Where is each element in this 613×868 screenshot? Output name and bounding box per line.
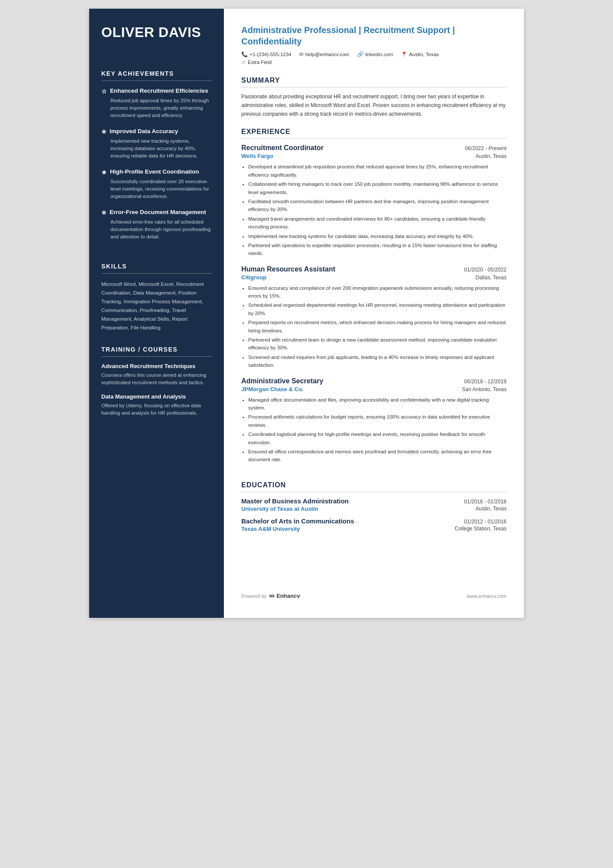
main-header: Administrative Professional | Recruitmen… xyxy=(241,24,506,67)
achievement-icon-3: ★ xyxy=(101,168,107,176)
bullet-2-2: Scheduled and organized departmental mee… xyxy=(248,301,506,317)
achievement-title-3: ★ High-Profile Event Coordination xyxy=(101,168,212,176)
exp-bullets-1: Developed a streamlined job requisition … xyxy=(241,163,506,257)
summary-section: SUMMARY Passionate about providing excep… xyxy=(241,77,506,118)
email-value: help@enhancv.com xyxy=(305,52,349,57)
achievements-divider xyxy=(101,80,212,81)
contact-row-2: ☆ Extra Field xyxy=(241,59,506,65)
candidate-name: OLIVER DAVIS xyxy=(101,24,212,40)
exp-header-1: Recruitment Coordinator 06/2022 - Presen… xyxy=(241,144,506,152)
sidebar: OLIVER DAVIS KEY ACHIEVEMENTS ☆ Enhanced… xyxy=(89,9,224,618)
contact-row-1: 📞 +1-(234)-555-1234 ✉ help@enhancv.com 🔗… xyxy=(241,51,506,57)
edu-degree-1: Master of Business Administration xyxy=(241,497,349,505)
achievement-title-4: ✳ Error-Free Document Management xyxy=(101,208,212,217)
edu-header-1: Master of Business Administration 01/201… xyxy=(241,497,506,505)
achievement-item-1: ☆ Enhanced Recruitment Efficiencies Redu… xyxy=(101,87,212,120)
training-desc-2: Offered by Udemy, focusing on effective … xyxy=(101,402,212,417)
training-item-2: Data Management and Analysis Offered by … xyxy=(101,393,212,417)
bullet-1-3: Facilitated smooth communication between… xyxy=(248,198,506,214)
training-title-1: Advanced Recruitment Techniques xyxy=(101,363,212,370)
exp-company-3: JPMorgan Chase & Co. xyxy=(241,386,303,392)
linkedin-value: linkedin.com xyxy=(365,52,393,57)
achievement-title-1: ☆ Enhanced Recruitment Efficiencies xyxy=(101,87,212,95)
footer-brand: Enhancv xyxy=(277,593,300,599)
achievements-section-title: KEY ACHIEVEMENTS xyxy=(101,70,212,77)
exp-company-row-3: JPMorgan Chase & Co. San Antonio, Texas xyxy=(241,386,506,392)
footer-left: Powered by ∞ Enhancv xyxy=(241,591,300,600)
edu-inst-row-1: University of Texas at Austin Austin, Te… xyxy=(241,506,506,512)
edu-location-1: Austin, Texas xyxy=(476,506,506,512)
education-item-1: Master of Business Administration 01/201… xyxy=(241,497,506,512)
linkedin-contact: 🔗 linkedin.com xyxy=(357,51,393,57)
edu-inst-row-2: Texas A&M University College Station, Te… xyxy=(241,526,506,532)
email-icon: ✉ xyxy=(299,51,303,57)
phone-value: +1-(234)-555-1234 xyxy=(250,52,291,57)
phone-icon: 📞 xyxy=(241,51,248,57)
experience-item-2: Human Resources Assistant 01/2020 - 05/2… xyxy=(241,265,506,369)
extra-contact: ☆ Extra Field xyxy=(241,59,272,65)
summary-divider xyxy=(241,87,506,87)
exp-company-2: Citigroup xyxy=(241,274,267,281)
edu-header-2: Bachelor of Arts in Communications 01/20… xyxy=(241,517,506,525)
achievement-icon-2: ✳ xyxy=(101,128,107,136)
linkedin-icon: 🔗 xyxy=(357,51,363,57)
bullet-2-5: Screened and routed inquiries from job a… xyxy=(248,353,506,369)
training-section-title: TRAINING / COURSES xyxy=(101,346,212,353)
exp-location-2: Dallas, Texas xyxy=(476,275,506,281)
achievement-item-3: ★ High-Profile Event Coordination Succes… xyxy=(101,168,212,201)
exp-location-1: Austin, Texas xyxy=(476,153,506,159)
training-title-2: Data Management and Analysis xyxy=(101,393,212,401)
achievement-desc-1: Reduced job approval times by 25% throug… xyxy=(110,97,212,120)
achievement-title-2: ✳ Improved Data Accuracy xyxy=(101,127,212,136)
exp-title-1: Recruitment Coordinator xyxy=(241,144,323,152)
skills-text: Microsoft Word, Microsoft Excel, Recruit… xyxy=(101,280,212,332)
footer-url: www.enhancv.com xyxy=(467,593,506,599)
bullet-1-1: Developed a streamlined job requisition … xyxy=(248,163,506,179)
exp-title-2: Human Resources Assistant xyxy=(241,265,335,273)
exp-title-3: Administrative Secretary xyxy=(241,377,323,385)
exp-date-2: 01/2020 - 05/2022 xyxy=(464,267,506,273)
edu-degree-2: Bachelor of Arts in Communications xyxy=(241,517,354,525)
bullet-2-3: Prepared reports on recruitment metrics,… xyxy=(248,318,506,335)
summary-title: SUMMARY xyxy=(241,77,506,84)
exp-company-row-1: Wells Fargo Austin, Texas xyxy=(241,153,506,159)
experience-divider xyxy=(241,138,506,139)
powered-by-label: Powered by xyxy=(241,593,267,599)
exp-header-2: Human Resources Assistant 01/2020 - 05/2… xyxy=(241,265,506,273)
skills-divider xyxy=(101,273,212,274)
education-divider xyxy=(241,492,506,492)
achievements-list: ☆ Enhanced Recruitment Efficiencies Redu… xyxy=(101,87,212,249)
experience-title: EXPERIENCE xyxy=(241,128,506,136)
location-value: Austin, Texas xyxy=(409,52,439,57)
edu-inst-1: University of Texas at Austin xyxy=(241,506,318,512)
education-section: EDUCATION Master of Business Administrat… xyxy=(241,481,506,537)
professional-title: Administrative Professional | Recruitmen… xyxy=(241,24,506,47)
bullet-1-2: Collaborated with hiring managers to tra… xyxy=(248,180,506,196)
phone-contact: 📞 +1-(234)-555-1234 xyxy=(241,51,291,57)
bullet-3-1: Managed office documentation and files, … xyxy=(248,396,506,412)
logo-icon: ∞ xyxy=(269,591,275,600)
training-divider xyxy=(101,356,212,357)
edu-date-1: 01/2016 - 01/2018 xyxy=(464,499,506,505)
bullet-2-1: Ensured accuracy and compliance of over … xyxy=(248,284,506,300)
achievement-desc-4: Achieved error-free rates for all schedu… xyxy=(110,218,212,241)
exp-bullets-2: Ensured accuracy and compliance of over … xyxy=(241,284,506,369)
edu-date-2: 01/2012 - 01/2016 xyxy=(464,519,506,525)
experience-item-1: Recruitment Coordinator 06/2022 - Presen… xyxy=(241,144,506,257)
exp-company-row-2: Citigroup Dallas, Texas xyxy=(241,274,506,281)
footer: Powered by ∞ Enhancv www.enhancv.com xyxy=(241,579,506,600)
resume-container: OLIVER DAVIS KEY ACHIEVEMENTS ☆ Enhanced… xyxy=(89,9,524,618)
summary-text: Passionate about providing exceptional H… xyxy=(241,93,506,118)
location-icon: 📍 xyxy=(401,51,407,57)
exp-date-1: 06/2022 - Present xyxy=(465,145,506,151)
experience-section: EXPERIENCE Recruitment Coordinator 06/20… xyxy=(241,128,506,471)
bullet-1-4: Managed travel arrangements and coordina… xyxy=(248,215,506,231)
exp-date-3: 06/2018 - 12/2019 xyxy=(464,379,506,385)
bullet-3-2: Processed arithmetic calculations for bu… xyxy=(248,413,506,429)
exp-bullets-3: Managed office documentation and files, … xyxy=(241,396,506,464)
achievement-item-4: ✳ Error-Free Document Management Achieve… xyxy=(101,208,212,241)
experience-item-3: Administrative Secretary 06/2018 - 12/20… xyxy=(241,377,506,464)
skills-section-title: SKILLS xyxy=(101,263,212,270)
education-item-2: Bachelor of Arts in Communications 01/20… xyxy=(241,517,506,532)
extra-value: Extra Field xyxy=(248,60,272,65)
